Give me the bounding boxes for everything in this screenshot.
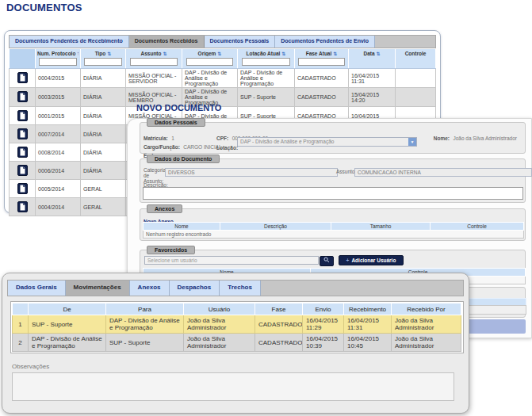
sort-icon[interactable]: ⇅ — [333, 52, 337, 56]
nome-label: Nome: — [434, 135, 450, 141]
anexos-column-header-0: Nome — [144, 223, 220, 231]
mov-cell-fase: CADASTRADO — [255, 334, 303, 352]
doc-column-header-7[interactable]: Data⇅ — [349, 49, 396, 69]
detail-tab-3[interactable]: Anexos — [130, 281, 170, 296]
detail-tab-4[interactable]: Despachos — [170, 281, 220, 296]
lotacao-select[interactable]: DAP - Divisão de Análise e Programação ▼ — [237, 137, 417, 147]
anexos-column-header-1: Descrição — [220, 223, 331, 231]
document-icon — [17, 201, 28, 212]
mov-column-header-2: Para — [106, 303, 184, 315]
assunto-label: Assunto: — [336, 169, 356, 174]
anexos-empty-row: Nenhum registro encontrado — [144, 231, 524, 239]
doc-cell-lotacao: DAP - Divisão de Análise e Programação — [238, 69, 295, 88]
document-icon — [17, 110, 28, 121]
detail-tab-2[interactable]: Movimentações — [66, 281, 130, 296]
doc-filter-input-2[interactable] — [84, 58, 123, 66]
doc-cell-data: 15/04/2015 14:20 — [349, 88, 396, 107]
novo-documento-title: NOVO DOCUMENTO — [136, 103, 221, 113]
documents-tab-2[interactable]: Documentos Recebidos — [129, 36, 205, 48]
doc-cell-num: 0004/2015 — [36, 69, 81, 88]
sort-icon[interactable]: ⇅ — [107, 52, 111, 56]
movimentacao-row[interactable]: 2DAP - Divisão de Análise e ProgramaçãoS… — [13, 334, 461, 352]
search-icon — [323, 257, 330, 263]
doc-filter-input-4[interactable] — [186, 58, 234, 66]
document-icon-cell[interactable] — [10, 143, 36, 162]
sort-icon[interactable]: ⇅ — [163, 52, 166, 56]
document-icon-cell[interactable] — [10, 125, 36, 143]
plus-icon: + — [346, 258, 350, 263]
document-icon — [17, 128, 28, 139]
documents-tab-1[interactable]: Documentos Pendentes de Recebimento — [10, 36, 129, 48]
doc-column-header-6[interactable]: Fase Atual⇅ — [295, 49, 349, 69]
detail-tab-1[interactable]: Dados Gerais — [8, 281, 66, 296]
anexos-table: NomeDescriçãoTamanhoControle Nenhum regi… — [143, 222, 524, 239]
mov-column-header-7: Recebido Por — [392, 303, 461, 315]
adicionar-usuario-button[interactable]: +Adicionar Usuário — [339, 255, 404, 265]
assunto-input[interactable]: COMUNICACAO INTERNA — [354, 168, 532, 177]
document-icon-cell[interactable] — [10, 69, 36, 88]
observacoes-textarea[interactable] — [12, 372, 454, 401]
mov-cell-usuario: João da Silva Administrador — [184, 334, 255, 352]
doc-cell-origem: DAP - Divisão de Análise e Programação — [182, 69, 238, 88]
document-icon-cell[interactable] — [10, 180, 36, 198]
sort-icon[interactable]: ⇅ — [281, 52, 285, 56]
movimentacao-row[interactable]: 1SUP - SuporteDAP - Divisão de Análise e… — [13, 315, 461, 334]
doc-cell-num: 0006/2014 — [36, 162, 81, 180]
dados-pessoais-legend: Dados Pessoais — [147, 118, 205, 127]
mov-cell-recebimento: 16/04/2015 10:45 — [344, 334, 392, 352]
doc-cell-controle — [396, 69, 436, 88]
mov-cell-num: 1 — [13, 315, 29, 334]
documents-tab-4[interactable]: Documentos Pendentes de Envio — [275, 36, 375, 48]
adicionar-usuario-label: Adicionar Usuário — [351, 258, 396, 263]
sort-icon[interactable]: ⇅ — [77, 52, 78, 56]
document-icon-cell[interactable] — [10, 162, 36, 180]
doc-filter-input-5[interactable] — [242, 58, 291, 66]
doc-column-header-1[interactable]: Num. Protocolo⇅ — [36, 49, 81, 69]
dados-documento-section: Dados do Documento Categoria de Assunto:… — [140, 158, 526, 203]
doc-cell-tipo: DIÁRIA — [81, 107, 126, 125]
descricao-textarea[interactable] — [143, 187, 523, 200]
doc-filter-input-1[interactable] — [39, 58, 78, 66]
doc-column-header-2[interactable]: Tipo⇅ — [81, 49, 126, 69]
categoria-input[interactable]: DIVERSOS — [165, 168, 338, 177]
document-icon-cell[interactable] — [10, 198, 36, 216]
document-row[interactable]: 0003/2015DIÁRIAMISSÃO OFICIAL - MEMBRODA… — [10, 88, 436, 107]
doc-cell-tipo: DIÁRIA — [81, 88, 126, 107]
doc-column-header-5[interactable]: Lotação Atual⇅ — [238, 49, 295, 69]
mov-column-header-6: Recebimento — [344, 303, 392, 315]
mov-cell-usuario: João da Silva Administrador — [184, 315, 255, 334]
doc-column-header-4[interactable]: Origem⇅ — [182, 49, 238, 69]
document-icon-cell[interactable] — [10, 88, 36, 107]
doc-filter-input-3[interactable] — [130, 58, 178, 66]
sort-icon[interactable]: ⇅ — [377, 52, 381, 56]
document-icon-cell[interactable] — [10, 107, 36, 125]
doc-cell-tipo: DIÁRIA — [81, 143, 126, 162]
detail-tabstrip: Dados GeraisMovimentaçõesAnexosDespachos… — [7, 280, 464, 296]
documents-tab-3[interactable]: Documentos Pessoais — [205, 36, 276, 48]
doc-filter-input-6[interactable] — [298, 58, 344, 66]
doc-cell-num: 0007/2014 — [36, 125, 81, 143]
document-row[interactable]: 0004/2015DIÁRIAMISSÃO OFICIAL - SERVIDOR… — [10, 69, 436, 88]
doc-cell-tipo: GERAL — [81, 180, 126, 198]
doc-cell-num: 0001/2015 — [36, 107, 81, 125]
sort-icon[interactable]: ⇅ — [217, 52, 221, 56]
doc-column-header-3[interactable]: Assunto⇅ — [126, 49, 182, 69]
doc-cell-assunto: MISSÃO OFICIAL - SERVIDOR — [126, 69, 182, 88]
search-button[interactable] — [320, 256, 334, 266]
doc-cell-tipo: DIÁRIA — [81, 162, 126, 180]
doc-cell-tipo: DIÁRIA — [81, 69, 126, 88]
lotacao-select-value: DAP - Divisão de Análise e Programação — [240, 139, 334, 144]
documents-table-header: Num. Protocolo⇅Tipo⇅Assunto⇅Origem⇅Lotaç… — [10, 49, 436, 69]
mov-cell-recebido_por: João da Silva Administrador — [392, 315, 461, 334]
favorecidos-search-input[interactable] — [144, 256, 319, 265]
dados-pessoais-section: Dados Pessoais Matrícula: 1 CPF: 000.000… — [140, 122, 526, 154]
detail-tab-5[interactable]: Trechos — [220, 281, 261, 296]
chevron-down-icon[interactable]: ▼ — [408, 138, 416, 146]
doc-cell-lotacao: SUP - Suporte — [238, 88, 295, 107]
document-detail-panel: Dados GeraisMovimentaçõesAnexosDespachos… — [2, 273, 469, 414]
documents-tabstrip: Documentos Pendentes de RecebimentoDocum… — [9, 35, 436, 48]
document-icon — [17, 72, 28, 83]
lotacao-label: Lotação: — [216, 145, 238, 151]
mov-cell-para: SUP - Suporte — [106, 334, 184, 352]
mov-cell-fase: CADASTRADO — [255, 315, 303, 334]
